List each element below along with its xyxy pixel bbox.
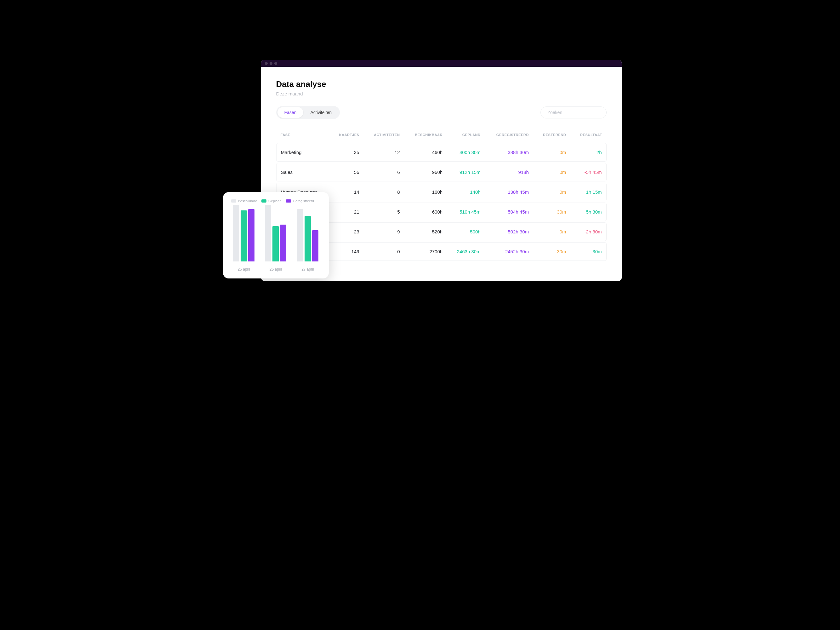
chart-bar — [272, 226, 279, 261]
cell-activiteiten: 5 — [364, 202, 404, 221]
cell-resterend: 0m — [533, 223, 570, 241]
col-activiteiten: Activiteiten — [364, 128, 404, 142]
window-dot — [270, 62, 272, 65]
cell-resterend: 30m — [533, 202, 570, 221]
cell-beschikbaar: 960h — [404, 163, 447, 182]
cell-beschikbaar: 160h — [404, 183, 447, 201]
swatch-grey-icon — [231, 199, 236, 202]
cell-beschikbaar: 520h — [404, 223, 447, 241]
cell-resultaat: 5h 30m — [570, 202, 606, 221]
window-dot — [274, 62, 277, 65]
chart-bar — [297, 209, 303, 261]
col-fase: Fase — [276, 128, 330, 142]
col-geregistreerd: Geregistreerd — [485, 128, 533, 142]
cell-beschikbaar: 600h — [404, 202, 447, 221]
legend-gepland: Gepland — [261, 199, 281, 203]
cell-resultaat: 2h — [570, 143, 606, 162]
col-beschikbaar: Beschikbaar — [404, 128, 447, 142]
cell-activiteiten: 0 — [364, 242, 404, 261]
cell-geregistreerd: 388h 30m — [485, 143, 533, 162]
chart-group: 25 april — [231, 205, 257, 272]
cell-activiteiten: 8 — [364, 183, 404, 201]
cell-gepland: 2463h 30m — [447, 242, 485, 261]
cell-beschikbaar: 2700h — [404, 242, 447, 261]
chart-bar — [305, 216, 311, 261]
swatch-purple-icon — [286, 199, 291, 202]
swatch-green-icon — [261, 199, 267, 202]
cell-resterend: 0m — [533, 163, 570, 182]
tabs: Fasen Activiteiten — [276, 106, 340, 119]
chart-bar — [265, 205, 271, 261]
cell-resterend: 0m — [533, 143, 570, 162]
cell-kaartjes: 149 — [330, 242, 364, 261]
cell-activiteiten: 9 — [364, 223, 404, 241]
cell-kaartjes: 23 — [330, 223, 364, 241]
cell-gepland: 400h 30m — [447, 143, 485, 162]
chart-card: Beschikbaar Gepland Geregistreerd 25 apr… — [223, 192, 329, 278]
cell-gepland: 140h — [447, 183, 485, 201]
chart-bar — [312, 230, 319, 261]
table-row[interactable]: Marketing3512460h400h 30m388h 30m0m2h — [276, 143, 606, 162]
chart-group: 27 april — [295, 205, 320, 272]
col-resultaat: Resultaat — [570, 128, 606, 142]
col-gepland: Gepland — [447, 128, 485, 142]
search-input[interactable] — [540, 106, 606, 118]
legend-beschikbaar: Beschikbaar — [231, 199, 257, 203]
cell-resultaat: -5h 45m — [570, 163, 606, 182]
cell-activiteiten: 12 — [364, 143, 404, 162]
cell-resultaat: -2h 30m — [570, 223, 606, 241]
chart-group: 26 april — [263, 205, 289, 272]
tab-fasen[interactable]: Fasen — [278, 107, 304, 118]
chart-bar — [280, 224, 286, 261]
window-dot — [265, 62, 268, 65]
titlebar — [261, 60, 622, 67]
cell-kaartjes: 56 — [330, 163, 364, 182]
cell-geregistreerd: 504h 45m — [485, 202, 533, 221]
cell-gepland: 500h — [447, 223, 485, 241]
cell-beschikbaar: 460h — [404, 143, 447, 162]
col-resterend: Resterend — [533, 128, 570, 142]
cell-kaartjes: 21 — [330, 202, 364, 221]
col-kaartjes: Kaartjes — [330, 128, 364, 142]
cell-fase: Marketing — [276, 143, 330, 162]
cell-geregistreerd: 918h — [485, 163, 533, 182]
chart-xlabel: 25 april — [237, 267, 250, 272]
cell-resultaat: 30m — [570, 242, 606, 261]
cell-kaartjes: 35 — [330, 143, 364, 162]
chart-xlabel: 27 april — [302, 267, 314, 272]
chart-xlabel: 26 april — [270, 267, 282, 272]
cell-activiteiten: 6 — [364, 163, 404, 182]
legend-geregistreerd: Geregistreerd — [286, 199, 314, 203]
chart-legend: Beschikbaar Gepland Geregistreerd — [231, 199, 321, 203]
tab-activiteiten[interactable]: Activiteiten — [303, 107, 339, 118]
cell-fase: Sales — [276, 163, 330, 182]
page-subtitle: Deze maand — [276, 91, 606, 96]
cell-geregistreerd: 138h 45m — [485, 183, 533, 201]
chart-bar — [248, 209, 254, 261]
cell-resterend: 0m — [533, 183, 570, 201]
cell-geregistreerd: 2452h 30m — [485, 242, 533, 261]
cell-kaartjes: 14 — [330, 183, 364, 201]
cell-resterend: 30m — [533, 242, 570, 261]
chart-bar — [241, 210, 247, 261]
table-row[interactable]: Sales566960h912h 15m918h0m-5h 45m — [276, 163, 606, 182]
chart-bar — [233, 205, 239, 261]
cell-geregistreerd: 502h 30m — [485, 223, 533, 241]
cell-gepland: 510h 45m — [447, 202, 485, 221]
page-title: Data analyse — [276, 79, 606, 89]
cell-resultaat: 1h 15m — [570, 183, 606, 201]
cell-gepland: 912h 15m — [447, 163, 485, 182]
